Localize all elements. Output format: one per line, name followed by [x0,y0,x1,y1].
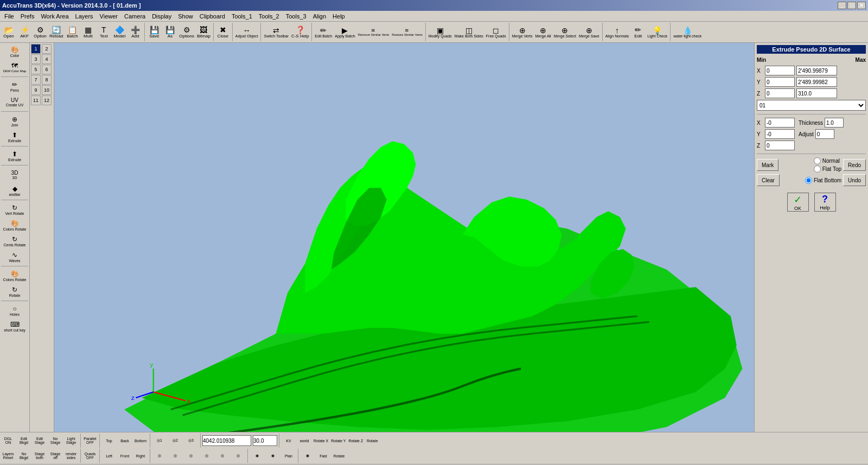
menu-tools2[interactable]: Tools_2 [256,12,283,21]
front-button[interactable]: Front [117,448,132,463]
rotate-x-button[interactable]: Rotate X [312,433,329,448]
value-input[interactable] [253,435,277,446]
layer-dropdown[interactable]: 01 [757,100,866,111]
zoom1-button[interactable]: ◎1 [152,433,167,448]
close-file-button[interactable]: ✖Close [215,22,231,42]
minimize-button[interactable]: _ [838,2,846,9]
clear-button[interactable]: Clear [757,174,780,186]
sidebar-shortcut[interactable]: ⌨short cut key [1,319,28,334]
zoom-b-button[interactable]: ◎ [168,448,183,463]
menu-tools3[interactable]: Tools_3 [283,12,310,21]
plan-button[interactable]: Plan [281,448,296,463]
layer-3[interactable]: 3 [31,54,41,64]
merge-save-button[interactable]: ⊕Merge Save [578,22,601,42]
adjust-input[interactable] [815,129,834,139]
center-c-button[interactable]: ◉ [300,448,315,463]
layer-4[interactable]: 4 [42,54,52,64]
y-max-input[interactable] [796,77,837,87]
sidebar-rotate[interactable]: ↻Rotate [1,284,28,299]
sidebar-color[interactable]: 🎨Color [1,44,28,59]
options-button[interactable]: ⚙Options [178,22,195,42]
right-button[interactable]: Right [133,448,148,463]
y-offset-input[interactable] [765,129,795,139]
layer-12[interactable]: 12 [42,95,52,105]
quads-off-button[interactable]: QuadsOFF [82,448,98,463]
menu-display[interactable]: Display [149,12,175,21]
x-offset-input[interactable] [765,118,795,128]
sidebar-extrude1[interactable]: ⬆Extrude [1,129,28,144]
zoom-a-button[interactable]: ◎ [152,448,167,463]
sidebar-3d[interactable]: 3D3D [1,167,28,182]
sidebar-create-uv[interactable]: UVCreate UV [1,94,28,110]
sidebar-colors-rotate[interactable]: 🎨Colors Rotate [1,218,28,233]
close-button[interactable]: ✕ [857,2,866,9]
help-button[interactable]: ? Help [814,193,836,212]
restore-similar-button[interactable]: ≋Restore Similar Verts [391,22,423,42]
menu-layers[interactable]: Layers [72,12,97,21]
rotate-button[interactable]: Rotate [365,433,380,448]
world-button[interactable]: world [297,433,312,448]
zoom2-button[interactable]: ◎2 [168,433,183,448]
sidebar-vert-rotate[interactable]: ↻Vert Rotate [1,202,28,217]
rotate2-button[interactable]: Rotate [331,448,347,463]
rotate-y-button[interactable]: Rotate Y [330,433,347,448]
akf-button[interactable]: ⚡AKF [17,22,32,42]
dgl-on-button[interactable]: DGLON [1,433,16,448]
window-controls[interactable]: _ □ ✕ [838,2,866,9]
menu-clipboard[interactable]: Clipboard [196,12,228,21]
undo-button[interactable]: Undo [843,174,866,186]
edit-normals-button[interactable]: ✏Edit [630,22,646,42]
apply-batch-button[interactable]: ▶Apply Batch [334,22,356,42]
option-button[interactable]: ⚙Option [33,22,48,42]
layer-5[interactable]: 5 [31,65,41,74]
x-max-input[interactable] [796,66,837,75]
ok-button[interactable]: ✓ OK [787,193,809,212]
layer-11[interactable]: 11 [31,95,41,105]
thickness-input[interactable] [825,118,844,128]
edit-batch-button[interactable]: ✏Edit Batch [314,22,333,42]
parallel-off-button[interactable]: ParallelOFF [82,433,98,448]
flat-top-radio[interactable] [814,165,821,173]
merge-all-button[interactable]: ⊕Merge All [534,22,552,42]
layer-9[interactable]: 9 [31,85,41,95]
zoom-c-button[interactable]: ◎ [183,448,199,463]
sidebar-pens[interactable]: ✏Pens [1,79,28,94]
stage-off-button[interactable]: Stageoff [48,448,63,463]
rotate-z-button[interactable]: Rotate Z [347,433,364,448]
menu-prefs[interactable]: Prefs [17,12,38,21]
model-button[interactable]: 🔷Model [112,22,127,42]
sidebar-waves[interactable]: ∿Waves [1,249,28,264]
merge-select-button[interactable]: ⊕Merge Select [553,22,577,42]
water-light-button[interactable]: 💧water light check [672,22,703,42]
modify-quads-button[interactable]: ▣Modify Quads [427,22,453,42]
normal-radio[interactable] [814,157,821,164]
sidebar-andliar[interactable]: ◆andliar [1,183,28,198]
menu-viewer[interactable]: Viewer [97,12,121,21]
sidebar-extrude2[interactable]: ⬆Extrude [1,148,28,163]
render-sides-button[interactable]: rendersides [63,448,79,463]
align-normals-button[interactable]: ↑Align Normals [604,22,630,42]
light-stage-button[interactable]: LightStage [63,433,79,448]
edit-bkgd-button[interactable]: EditBkgd [16,433,31,448]
open-button[interactable]: 📂Open [1,22,16,42]
flat-bottom-radio[interactable] [805,177,812,184]
reload-button[interactable]: 🔄Reload [48,22,64,42]
bitmap-button[interactable]: 🖼Bitmap [196,22,212,42]
cs-help-button[interactable]: ❓C-S Help [290,22,310,42]
y-min-input[interactable] [765,77,795,87]
sidebar-dem-color[interactable]: 🗺DEM Color Map [1,60,28,75]
menu-workarea[interactable]: Work Area [37,12,72,21]
mark-button[interactable]: Mark [757,159,778,171]
layer-1[interactable]: 1 [31,44,41,54]
adjust-object-button[interactable]: ↔Adjust Object [234,22,259,42]
coord-display-input[interactable] [202,435,251,446]
viewport[interactable]: x y z [54,43,754,432]
switch-toolbar-button[interactable]: ⇄Switch Toolbar [263,22,289,42]
edit-stage-button[interactable]: EditStage [32,433,47,448]
zoom3-button[interactable]: ◎3 [183,433,199,448]
layers-reset-button[interactable]: LayersReset [1,448,16,463]
stage-both-button[interactable]: Stageboth [32,448,47,463]
menu-show[interactable]: Show [175,12,196,21]
layer-6[interactable]: 6 [42,65,52,74]
menu-camera[interactable]: Camera [121,12,149,21]
